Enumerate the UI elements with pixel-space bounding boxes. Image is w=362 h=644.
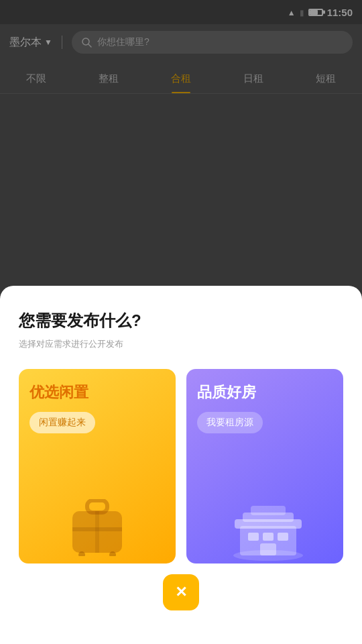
modal-title: 您需要发布什么?: [19, 310, 343, 331]
svg-rect-16: [260, 543, 276, 555]
close-button[interactable]: ✕: [163, 574, 199, 610]
idle-items-card[interactable]: 优选闲置 闲置赚起来: [19, 369, 176, 564]
svg-rect-12: [251, 506, 286, 515]
svg-rect-14: [263, 533, 274, 541]
publish-modal: 您需要发布什么? 选择对应需求进行公开发布 优选闲置 闲置赚起来: [0, 286, 362, 644]
idle-card-title: 优选闲置: [29, 382, 165, 402]
house-card-button[interactable]: 我要租房源: [197, 412, 263, 433]
quality-house-card[interactable]: 品质好房 我要租房源: [186, 369, 343, 564]
modal-subtitle: 选择对应需求进行公开发布: [19, 338, 343, 350]
svg-rect-13: [248, 533, 259, 541]
close-icon: ✕: [175, 585, 187, 600]
svg-rect-2: [87, 500, 107, 513]
svg-rect-5: [95, 511, 99, 553]
cards-row: 优选闲置 闲置赚起来: [19, 369, 343, 564]
suitcase-illustration: [67, 499, 127, 553]
house-card-title: 品质好房: [197, 382, 333, 402]
house-illustration: [228, 500, 302, 554]
idle-card-button[interactable]: 闲置赚起来: [29, 412, 95, 433]
svg-rect-15: [278, 533, 288, 541]
